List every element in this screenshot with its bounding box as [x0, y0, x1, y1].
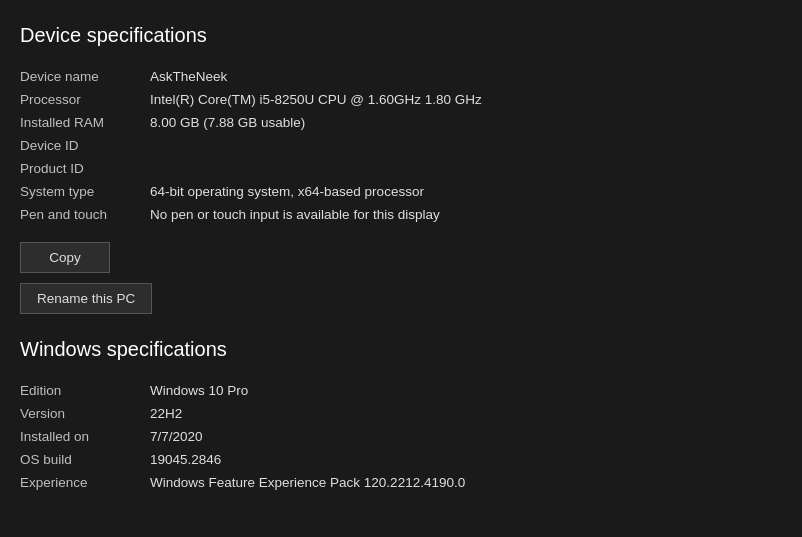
device-spec-row: ProcessorIntel(R) Core(TM) i5-8250U CPU … [20, 88, 782, 111]
device-specifications-section: Device specifications Device nameAskTheN… [20, 24, 782, 314]
windows-spec-label: Experience [20, 471, 150, 494]
windows-spec-label: OS build [20, 448, 150, 471]
device-spec-label: System type [20, 180, 150, 203]
device-spec-label: Device name [20, 65, 150, 88]
device-spec-row: System type64-bit operating system, x64-… [20, 180, 782, 203]
action-buttons: Copy Rename this PC [20, 242, 782, 314]
windows-spec-value: 22H2 [150, 402, 782, 425]
windows-specifications-section: Windows specifications EditionWindows 10… [20, 338, 782, 494]
windows-spec-table: EditionWindows 10 ProVersion22H2Installe… [20, 379, 782, 494]
device-spec-label: Device ID [20, 134, 150, 157]
device-spec-value: 64-bit operating system, x64-based proce… [150, 180, 782, 203]
device-spec-label: Installed RAM [20, 111, 150, 134]
device-spec-value: AskTheNeek [150, 65, 782, 88]
device-specifications-title: Device specifications [20, 24, 782, 47]
copy-button[interactable]: Copy [20, 242, 110, 273]
rename-pc-button[interactable]: Rename this PC [20, 283, 152, 314]
windows-spec-value: Windows Feature Experience Pack 120.2212… [150, 471, 782, 494]
windows-specifications-title: Windows specifications [20, 338, 782, 361]
windows-spec-row: EditionWindows 10 Pro [20, 379, 782, 402]
device-spec-label: Processor [20, 88, 150, 111]
device-spec-row: Installed RAM8.00 GB (7.88 GB usable) [20, 111, 782, 134]
device-spec-value [150, 157, 782, 180]
device-spec-label: Product ID [20, 157, 150, 180]
windows-spec-label: Edition [20, 379, 150, 402]
windows-spec-value: Windows 10 Pro [150, 379, 782, 402]
device-spec-row: Pen and touchNo pen or touch input is av… [20, 203, 782, 226]
windows-spec-row: Version22H2 [20, 402, 782, 425]
device-spec-value [150, 134, 782, 157]
device-spec-table: Device nameAskTheNeekProcessorIntel(R) C… [20, 65, 782, 226]
device-spec-row: Product ID [20, 157, 782, 180]
windows-spec-value: 7/7/2020 [150, 425, 782, 448]
windows-spec-row: Installed on7/7/2020 [20, 425, 782, 448]
device-spec-label: Pen and touch [20, 203, 150, 226]
windows-spec-value: 19045.2846 [150, 448, 782, 471]
windows-spec-row: OS build19045.2846 [20, 448, 782, 471]
device-spec-value: Intel(R) Core(TM) i5-8250U CPU @ 1.60GHz… [150, 88, 782, 111]
windows-spec-label: Installed on [20, 425, 150, 448]
device-spec-row: Device nameAskTheNeek [20, 65, 782, 88]
device-spec-row: Device ID [20, 134, 782, 157]
device-spec-value: No pen or touch input is available for t… [150, 203, 782, 226]
windows-spec-label: Version [20, 402, 150, 425]
device-spec-value: 8.00 GB (7.88 GB usable) [150, 111, 782, 134]
windows-spec-row: ExperienceWindows Feature Experience Pac… [20, 471, 782, 494]
